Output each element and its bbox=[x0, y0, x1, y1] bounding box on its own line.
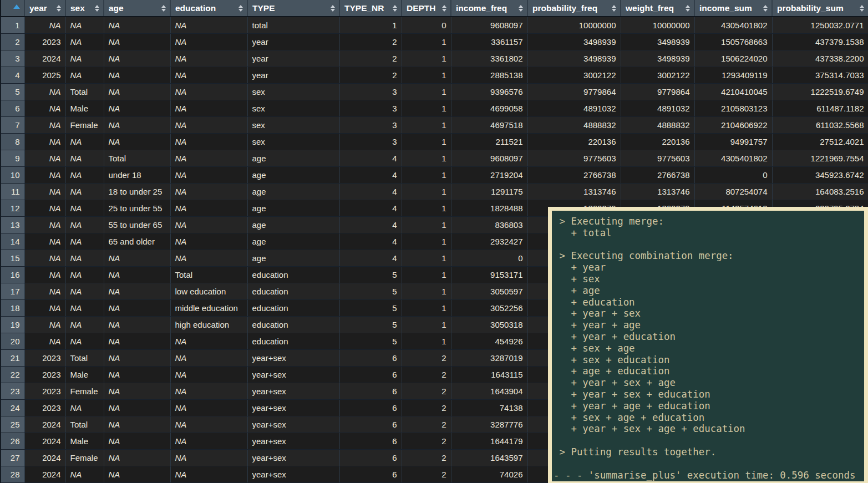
cell-TYPE_NR[interactable]: 4 bbox=[339, 233, 402, 250]
cell-TYPE[interactable]: year+sex bbox=[247, 416, 339, 433]
column-header-income_sum[interactable]: income_sum bbox=[694, 0, 772, 17]
cell-DEPTH[interactable]: 0 bbox=[402, 17, 451, 33]
cell-TYPE[interactable]: education bbox=[247, 283, 339, 299]
cell-TYPE[interactable]: age bbox=[247, 250, 339, 266]
cell-income_freq[interactable]: 0 bbox=[451, 250, 527, 266]
cell-age[interactable]: NA bbox=[104, 299, 170, 316]
cell-year[interactable]: NA bbox=[24, 283, 65, 299]
cell-TYPE_NR[interactable]: 6 bbox=[339, 433, 402, 449]
cell-education[interactable]: NA bbox=[170, 83, 247, 100]
cell-year[interactable]: 2023 bbox=[24, 399, 65, 416]
cell-TYPE_NR[interactable]: 4 bbox=[339, 183, 402, 200]
cell-age[interactable]: NA bbox=[104, 67, 170, 83]
cell-education[interactable]: high education bbox=[170, 316, 247, 333]
row-index[interactable]: 1 bbox=[1, 17, 24, 33]
column-header-TYPE[interactable]: TYPE bbox=[247, 0, 339, 17]
cell-sex[interactable]: Female bbox=[65, 449, 104, 466]
cell-age[interactable]: NA bbox=[104, 416, 170, 433]
column-header-income_freq[interactable]: income_freq bbox=[451, 0, 527, 17]
cell-probability_sum[interactable]: 375314.7033 bbox=[772, 67, 868, 83]
cell-DEPTH[interactable]: 1 bbox=[402, 150, 451, 166]
cell-sex[interactable]: NA bbox=[65, 17, 104, 33]
cell-TYPE_NR[interactable]: 6 bbox=[339, 349, 402, 366]
cell-DEPTH[interactable]: 2 bbox=[402, 349, 451, 366]
cell-age[interactable]: NA bbox=[104, 33, 170, 50]
cell-sex[interactable]: NA bbox=[65, 216, 104, 233]
cell-probability_freq[interactable]: 3002122 bbox=[527, 67, 621, 83]
cell-income_freq[interactable]: 3050318 bbox=[451, 316, 527, 333]
cell-year[interactable]: NA bbox=[24, 100, 65, 116]
cell-sex[interactable]: NA bbox=[65, 50, 104, 67]
cell-year[interactable]: 2024 bbox=[24, 466, 65, 482]
cell-sex[interactable]: Male bbox=[65, 433, 104, 449]
cell-income_freq[interactable]: 74138 bbox=[451, 399, 527, 416]
cell-TYPE[interactable]: year+sex bbox=[247, 399, 339, 416]
cell-education[interactable]: NA bbox=[170, 116, 247, 133]
cell-TYPE_NR[interactable]: 6 bbox=[339, 383, 402, 399]
cell-TYPE_NR[interactable]: 6 bbox=[339, 449, 402, 466]
cell-TYPE[interactable]: education bbox=[247, 266, 339, 283]
cell-year[interactable]: 2024 bbox=[24, 416, 65, 433]
cell-income_freq[interactable]: 1643597 bbox=[451, 449, 527, 466]
cell-age[interactable]: 55 to under 65 bbox=[104, 216, 170, 233]
row-index[interactable]: 28 bbox=[1, 466, 24, 482]
row-index[interactable]: 9 bbox=[1, 150, 24, 166]
cell-weight_freq[interactable]: 3498939 bbox=[621, 50, 694, 67]
cell-year[interactable]: NA bbox=[24, 183, 65, 200]
column-header-education[interactable]: education bbox=[170, 0, 247, 17]
cell-probability_sum[interactable]: 437379.1538 bbox=[772, 33, 868, 50]
cell-sex[interactable]: NA bbox=[65, 133, 104, 150]
cell-sex[interactable]: Male bbox=[65, 366, 104, 383]
cell-education[interactable]: NA bbox=[170, 133, 247, 150]
cell-income_sum[interactable]: 1506224020 bbox=[694, 50, 772, 67]
table-row[interactable]: 32024NANANAyear2133618023498939349893915… bbox=[1, 50, 868, 67]
cell-DEPTH[interactable]: 1 bbox=[402, 283, 451, 299]
cell-age[interactable]: 25 to under 55 bbox=[104, 200, 170, 216]
cell-DEPTH[interactable]: 1 bbox=[402, 266, 451, 283]
cell-year[interactable]: NA bbox=[24, 216, 65, 233]
cell-sex[interactable]: NA bbox=[65, 150, 104, 166]
cell-income_freq[interactable]: 2719204 bbox=[451, 166, 527, 183]
row-index[interactable]: 22 bbox=[1, 366, 24, 383]
cell-TYPE[interactable]: year bbox=[247, 33, 339, 50]
cell-year[interactable]: NA bbox=[24, 166, 65, 183]
cell-education[interactable]: NA bbox=[170, 67, 247, 83]
cell-probability_sum[interactable]: 345923.6742 bbox=[772, 166, 868, 183]
row-index-column-header[interactable] bbox=[1, 0, 24, 17]
cell-year[interactable]: NA bbox=[24, 133, 65, 150]
row-index[interactable]: 5 bbox=[1, 83, 24, 100]
cell-education[interactable]: NA bbox=[170, 333, 247, 349]
cell-income_freq[interactable]: 3287019 bbox=[451, 349, 527, 366]
cell-year[interactable]: 2025 bbox=[24, 67, 65, 83]
cell-TYPE[interactable]: age bbox=[247, 216, 339, 233]
cell-TYPE[interactable]: year bbox=[247, 67, 339, 83]
cell-income_freq[interactable]: 1644179 bbox=[451, 433, 527, 449]
cell-age[interactable]: under 18 bbox=[104, 166, 170, 183]
cell-sex[interactable]: NA bbox=[65, 250, 104, 266]
cell-TYPE_NR[interactable]: 5 bbox=[339, 266, 402, 283]
cell-weight_freq[interactable]: 3002122 bbox=[621, 67, 694, 83]
cell-TYPE_NR[interactable]: 3 bbox=[339, 133, 402, 150]
cell-TYPE_NR[interactable]: 1 bbox=[339, 17, 402, 33]
cell-probability_freq[interactable]: 1313746 bbox=[527, 183, 621, 200]
cell-income_sum[interactable]: 1505768663 bbox=[694, 33, 772, 50]
cell-age[interactable]: NA bbox=[104, 83, 170, 100]
cell-probability_sum[interactable]: 611032.5568 bbox=[772, 116, 868, 133]
cell-DEPTH[interactable]: 2 bbox=[402, 449, 451, 466]
cell-DEPTH[interactable]: 1 bbox=[402, 216, 451, 233]
cell-education[interactable]: NA bbox=[170, 250, 247, 266]
cell-sex[interactable]: NA bbox=[65, 266, 104, 283]
cell-DEPTH[interactable]: 1 bbox=[402, 100, 451, 116]
cell-TYPE_NR[interactable]: 6 bbox=[339, 399, 402, 416]
cell-education[interactable]: NA bbox=[170, 349, 247, 366]
cell-TYPE[interactable]: age bbox=[247, 166, 339, 183]
cell-TYPE_NR[interactable]: 5 bbox=[339, 283, 402, 299]
cell-TYPE[interactable]: year+sex bbox=[247, 449, 339, 466]
cell-sex[interactable]: NA bbox=[65, 399, 104, 416]
cell-age[interactable]: NA bbox=[104, 100, 170, 116]
cell-year[interactable]: NA bbox=[24, 250, 65, 266]
cell-probability_sum[interactable]: 1221969.7554 bbox=[772, 150, 868, 166]
table-row[interactable]: 10NANAunder 18NAage412719204276673827667… bbox=[1, 166, 868, 183]
cell-TYPE[interactable]: year+sex bbox=[247, 349, 339, 366]
cell-sex[interactable]: NA bbox=[65, 166, 104, 183]
